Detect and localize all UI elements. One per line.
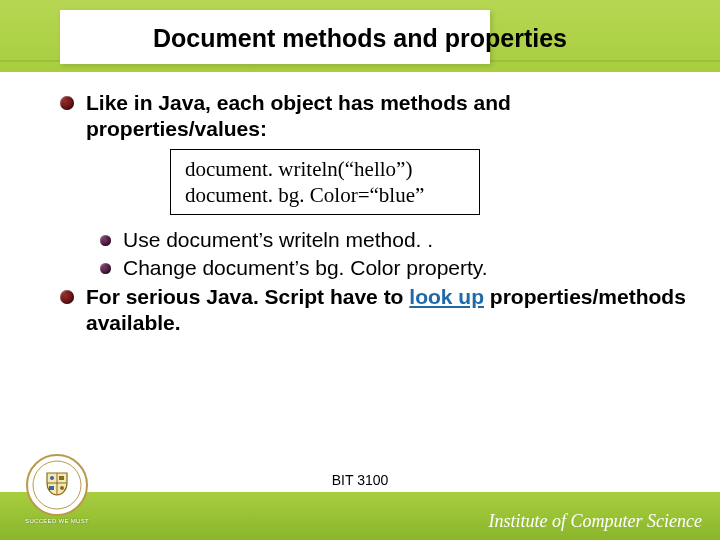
svg-point-4 — [50, 476, 54, 480]
lookup-link[interactable]: look up — [409, 285, 484, 308]
code-block: document. writeln(“hello”) document. bg.… — [170, 149, 480, 216]
sub-bullet-item: Change document’s bg. Color property. — [100, 255, 690, 281]
bullet-item: For serious Java. Script have to look up… — [60, 284, 690, 337]
bullet-icon — [60, 96, 74, 110]
slide-body: Like in Java, each object has methods an… — [60, 90, 690, 342]
bullet-text: Like in Java, each object has methods an… — [86, 90, 690, 143]
bullet-icon — [100, 263, 111, 274]
bullet-item: Like in Java, each object has methods an… — [60, 90, 690, 143]
sub-bullet-item: Use document’s writeln method. . — [100, 227, 690, 253]
bullet-icon — [60, 290, 74, 304]
bullet-text-fragment: For serious Java. Script have to — [86, 285, 409, 308]
sub-bullet-text: Change document’s bg. Color property. — [123, 255, 690, 281]
motto-text: SUCCEED WE MUST — [18, 518, 96, 524]
svg-rect-5 — [59, 476, 64, 480]
footer-code: BIT 3100 — [0, 472, 720, 488]
code-line: document. bg. Color=“blue” — [185, 182, 465, 208]
slide-title: Document methods and properties — [0, 24, 720, 53]
bullet-text: For serious Java. Script have to look up… — [86, 284, 690, 337]
svg-point-7 — [60, 486, 64, 490]
code-line: document. writeln(“hello”) — [185, 156, 465, 182]
bullet-icon — [100, 235, 111, 246]
svg-rect-6 — [49, 486, 54, 490]
sub-bullet-text: Use document’s writeln method. . — [123, 227, 690, 253]
crest-icon — [25, 453, 89, 517]
university-crest: SUCCEED WE MUST — [18, 453, 96, 524]
institute-name: Institute of Computer Science — [489, 511, 702, 532]
